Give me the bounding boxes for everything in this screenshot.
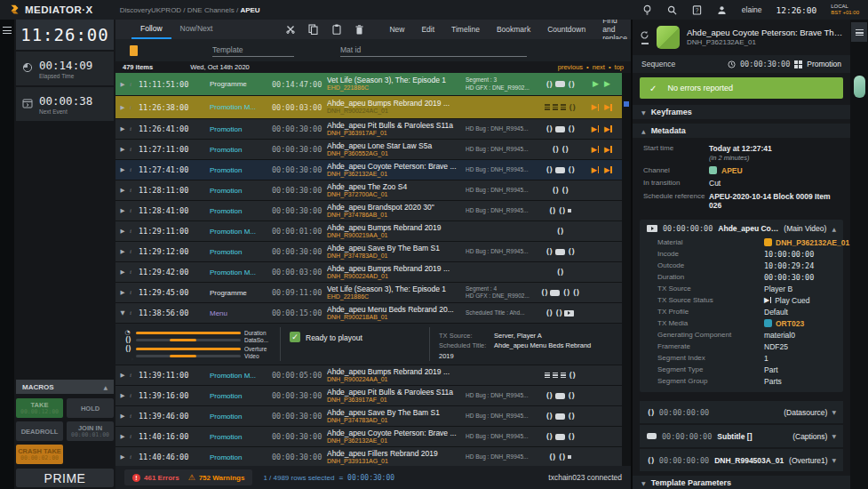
section-template-parameters[interactable]: ▼ Template Parameters (633, 476, 850, 489)
row-expand-chevron[interactable]: ▶ (115, 289, 130, 296)
row-expand-chevron[interactable]: ▼ (115, 309, 130, 317)
cut-icon[interactable] (285, 25, 295, 35)
playlist-row[interactable]: ▶i11:39:46:00Promotion00:00:30:00Ahde_ap… (115, 406, 622, 426)
skip-icon[interactable]: ▶ (604, 166, 612, 174)
macro-hold-button[interactable]: HOLD (67, 398, 114, 418)
playlist-row[interactable]: ▶i11:27:41:00Promotion00:00:30:00Ahde_ap… (115, 160, 622, 180)
chevron-down-icon[interactable]: ▼ (832, 409, 836, 415)
sidebar-menu-icon[interactable] (3, 27, 12, 34)
tab-now-next[interactable]: Now/Next (171, 20, 222, 39)
refresh-icon[interactable] (640, 30, 649, 40)
skip-icon[interactable]: ▶ (604, 103, 612, 111)
macro-take-button[interactable]: TAKE00:00:12:00 (16, 398, 63, 418)
playlist-row[interactable]: ▶i11:29:45:00Programme00:09:11:00Vet Lif… (115, 283, 622, 302)
row-expand-chevron[interactable]: ▶ (115, 125, 130, 132)
bookmark-button[interactable]: Bookmark (497, 25, 530, 34)
chevron-up-icon[interactable]: ▲ (832, 226, 836, 232)
play-cued-icon[interactable]: ▶ (764, 297, 771, 304)
row-expand-chevron[interactable]: ▶ (115, 269, 130, 276)
playlist-row[interactable]: ▶i11:40:46:00Promotion00:00:30:00Ahde_ap… (115, 447, 622, 466)
inspector-track-row[interactable]: 00:00:00:00Subtitle [](Captions)▼ (640, 425, 843, 447)
collapse-chevron-icon[interactable]: ▲ (103, 384, 108, 390)
macro-join-in-button[interactable]: JOIN IN00:00:01:00 (67, 421, 114, 441)
nav-top-link[interactable]: top (615, 63, 624, 71)
matid-input[interactable] (340, 44, 527, 57)
row-expand-chevron[interactable]: ▶ (115, 146, 130, 153)
section-keyframes[interactable]: ▼ Keyframes (633, 105, 850, 119)
metadata-field: Start timeToday at 12:27:41(in 2 minutes… (643, 144, 840, 162)
playlist-row[interactable]: ▶i11:39:11:00Promotion M...00:00:05:00Ah… (115, 365, 622, 385)
package-icon[interactable]: ? (692, 4, 703, 15)
scrollbar-marker[interactable] (624, 101, 629, 107)
datasource-indicator-icon: () (558, 206, 565, 215)
warnings-group[interactable]: ⚠ 752 Warnings (188, 474, 245, 482)
playlist-row[interactable]: ▶i11:11:51:00Programme00:14:47:00Vet Lif… (115, 73, 622, 95)
nav-previous-link[interactable]: previous (558, 63, 583, 71)
row-expand-chevron[interactable]: ▶ (115, 433, 130, 440)
playlist-row[interactable]: ▶i11:28:11:00Promotion00:00:30:00Ahde_ap… (115, 180, 622, 200)
breadcrumb-path[interactable]: DiscoveryUKPROD / DNE Channels / (120, 6, 241, 14)
row-expand-chevron[interactable]: ▶ (115, 413, 130, 420)
playlist-row[interactable]: ▶i11:29:11:00Promotion M...00:00:01:00Ah… (115, 221, 622, 241)
delete-icon[interactable] (354, 25, 364, 35)
ready-checkbox[interactable]: ✓ (290, 332, 300, 342)
skip-icon[interactable]: ▶ (604, 146, 612, 154)
errors-group[interactable]: ! 461 Errors (132, 474, 179, 482)
row-expand-chevron[interactable]: ▶ (115, 187, 130, 194)
chevron-down-icon[interactable]: ▼ (832, 433, 836, 439)
macros-header[interactable]: MACROS ▲ (16, 380, 114, 394)
skip-icon[interactable]: ▶ (604, 125, 612, 133)
skip-icon[interactable]: ▶ (591, 166, 599, 174)
prime-button[interactable]: PRIME (16, 469, 114, 487)
playlist-row[interactable]: ▶i11:29:42:00Promotion M...00:00:03:00Ah… (115, 262, 622, 282)
skip-icon[interactable]: ▶ (591, 125, 599, 133)
template-input[interactable] (212, 44, 294, 57)
play-icon[interactable]: ▶ (593, 80, 599, 88)
macro-deadroll-button[interactable]: DEADROLL (16, 421, 63, 441)
idea-icon[interactable] (642, 4, 653, 15)
copy-icon[interactable] (308, 25, 318, 35)
row-expand-chevron[interactable]: ▶ (115, 81, 130, 88)
row-expand-chevron[interactable]: ▶ (115, 392, 130, 399)
playlist-row[interactable]: ▶i11:40:16:00Promotion00:00:30:00Ahde_ap… (115, 427, 622, 446)
new-button[interactable]: New (389, 25, 404, 34)
inspector-track-row[interactable]: ()00:00:00:00(Datasource)▼ (640, 401, 843, 423)
row-expand-chevron[interactable]: ▶ (115, 453, 130, 461)
chevron-down-icon[interactable]: ▼ (832, 457, 837, 463)
user-icon[interactable] (717, 4, 728, 15)
playlist-row[interactable]: ▶i11:39:16:00Promotion00:00:30:00Ahde_ap… (115, 386, 622, 405)
item-thumbnail[interactable] (657, 26, 680, 49)
nav-next-link[interactable]: next (593, 63, 605, 71)
row-expand-chevron[interactable]: ▶ (115, 248, 130, 255)
play-icon[interactable]: ▶ (604, 80, 610, 88)
skip-icon[interactable]: ▶ (591, 146, 599, 154)
inspector-track-row[interactable]: ()00:00:00:00DNH_R994503A_01(Overture1)▼ (640, 449, 843, 471)
tab-follow[interactable]: Follow (131, 20, 171, 39)
paste-icon[interactable] (331, 25, 341, 35)
panel-menu-box[interactable] (851, 22, 867, 42)
main-video-field-label: TX Profile (657, 308, 764, 316)
macro-crash-take-button[interactable]: CRASH TAKE00:00:02:00 (16, 445, 63, 464)
row-expand-chevron[interactable]: ▶ (115, 207, 130, 214)
playlist-row[interactable]: ▶i11:29:12:00Promotion00:00:30:00Ahde_ap… (115, 242, 622, 261)
row-expand-chevron[interactable]: ▶ (115, 166, 130, 173)
username[interactable]: elaine (742, 5, 762, 14)
row-expand-chevron[interactable]: ▶ (115, 372, 130, 379)
section-metadata[interactable]: ▲ Metadata (633, 124, 850, 138)
playlist-row[interactable]: ▶i11:26:38:00Promotion M...00:00:03:00Ah… (115, 96, 622, 118)
main-video-header[interactable]: 00:00:00:00 Ahde_apeu Coyote Peterson: B… (640, 220, 843, 238)
timeline-button[interactable]: Timeline (451, 25, 480, 34)
countdown-button[interactable]: Countdown (547, 25, 585, 34)
collapse-minus-icon[interactable] (641, 43, 649, 44)
row-expand-chevron[interactable]: ▶ (115, 104, 130, 111)
search-icon[interactable] (667, 4, 678, 15)
row-expand-chevron[interactable]: ▶ (115, 228, 130, 235)
side-tab[interactable] (854, 76, 865, 98)
edit-button[interactable]: Edit (421, 25, 434, 34)
main-video-field-label: TX Media (657, 319, 764, 327)
playlist-row[interactable]: ▶i11:27:11:00Promotion00:00:30:00Ahde_ap… (115, 140, 622, 159)
playlist-row[interactable]: ▼i11:38:56:00Menu00:00:15:00Ahde_apeu Me… (115, 303, 622, 323)
playlist-row[interactable]: ▶i11:28:41:00Promotion00:00:30:00Ahde_ap… (115, 201, 622, 220)
playlist-row[interactable]: ▶i11:26:41:00Promotion00:00:30:00Ahde_ap… (115, 119, 622, 139)
skip-icon[interactable]: ▶ (591, 103, 599, 111)
